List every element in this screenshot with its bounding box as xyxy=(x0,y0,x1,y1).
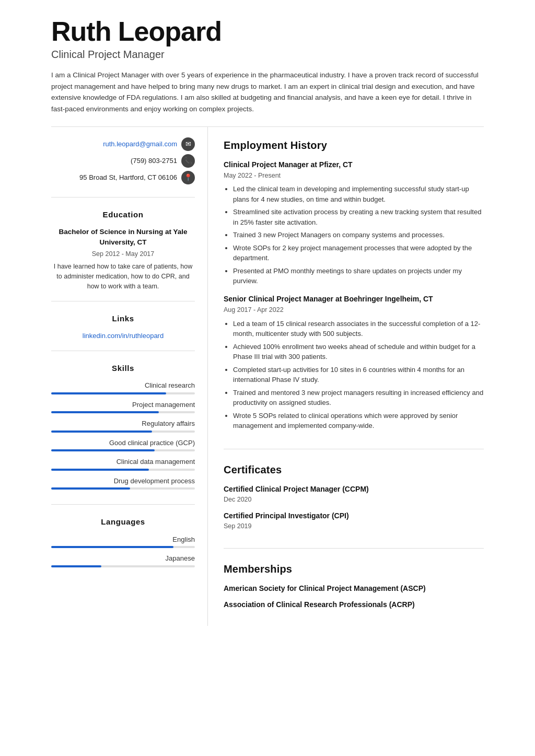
education-section: Education Bachelor of Science in Nursing… xyxy=(51,209,195,301)
cert-name: Certified Principal Investigator (CPI) xyxy=(224,510,484,521)
language-bar-fill xyxy=(51,565,101,567)
skill-label: Good clinical practice (GCP) xyxy=(51,438,195,448)
resume-wrapper: Ruth Leopard Clinical Project Manager I … xyxy=(32,0,503,647)
job-item: Clinical Project Manager at Pfizer, CT M… xyxy=(224,159,484,286)
job-bullet: Led a team of 15 clinical research assoc… xyxy=(233,319,484,339)
skills-title: Skills xyxy=(51,363,195,375)
skill-bar-bg xyxy=(51,392,195,394)
candidate-name: Ruth Leopard xyxy=(51,17,484,46)
job-bullet: Presented at PMO monthly meetings to sha… xyxy=(233,266,484,286)
skill-label: Clinical data management xyxy=(51,457,195,467)
jobs-list: Clinical Project Manager at Pfizer, CT M… xyxy=(224,159,484,431)
language-label: English xyxy=(51,534,195,545)
membership-name: Association of Clinical Research Profess… xyxy=(224,599,484,610)
skill-item: Regulatory affairs xyxy=(51,418,195,433)
job-bullet: Streamlined site activation process by c… xyxy=(233,207,484,227)
email-icon: ✉ xyxy=(181,137,195,151)
education-title: Education xyxy=(51,209,195,221)
membership-item: Association of Clinical Research Profess… xyxy=(224,599,484,610)
skill-label: Clinical research xyxy=(51,380,195,391)
edu-degree: Bachelor of Science in Nursing at Yale U… xyxy=(51,227,195,248)
certificates-section: Certificates Certified Clinical Project … xyxy=(224,462,484,549)
cert-item: Certified Clinical Project Manager (CCPM… xyxy=(224,484,484,505)
job-bullet: Wrote SOPs for 2 key project management … xyxy=(233,243,484,263)
job-date: Aug 2017 - Apr 2022 xyxy=(224,305,484,315)
memberships-section: Memberships American Society for Clinica… xyxy=(224,561,484,610)
job-bullet: Achieved 100% enrollment two weeks ahead… xyxy=(233,342,484,362)
contact-email-item: ruth.leopard@gmail.com ✉ xyxy=(51,137,195,151)
language-label: Japanese xyxy=(51,553,195,564)
certs-list: Certified Clinical Project Manager (CCPM… xyxy=(224,484,484,532)
skill-bar-bg xyxy=(51,469,195,471)
cert-date: Sep 2019 xyxy=(224,521,484,531)
skill-bar-bg xyxy=(51,487,195,490)
right-column: Employment History Clinical Project Mana… xyxy=(208,127,484,626)
header-section: Ruth Leopard Clinical Project Manager I … xyxy=(51,17,484,115)
skill-bar-fill xyxy=(51,449,155,451)
skill-bar-fill xyxy=(51,392,166,394)
job-title: Clinical Project Manager at Pfizer, CT xyxy=(224,159,484,170)
certificates-title: Certificates xyxy=(224,462,484,478)
memberships-list: American Society for Clinical Project Ma… xyxy=(224,583,484,610)
links-section: Links linkedin.com/in/ruthleopard xyxy=(51,313,195,351)
skill-bar-bg xyxy=(51,411,195,413)
language-bar-bg xyxy=(51,565,195,567)
location-icon: 📍 xyxy=(181,171,195,184)
candidate-title: Clinical Project Manager xyxy=(51,46,484,62)
contact-phone-item: (759) 803-2751 📞 xyxy=(51,154,195,168)
contact-section: ruth.leopard@gmail.com ✉ (759) 803-2751 … xyxy=(51,137,195,197)
languages-title: Languages xyxy=(51,516,195,528)
job-bullet: Wrote 5 SOPs related to clinical operati… xyxy=(233,411,484,431)
language-item: English xyxy=(51,534,195,549)
memberships-title: Memberships xyxy=(224,561,484,577)
membership-item: American Society for Clinical Project Ma… xyxy=(224,583,484,594)
job-item: Senior Clinical Project Manager at Boehr… xyxy=(224,294,484,431)
skill-bar-fill xyxy=(51,411,159,413)
skill-item: Good clinical practice (GCP) xyxy=(51,438,195,452)
skill-label: Drug development process xyxy=(51,476,195,486)
skills-section: Skills Clinical research Project managem… xyxy=(51,363,195,505)
left-column: ruth.leopard@gmail.com ✉ (759) 803-2751 … xyxy=(51,127,208,626)
language-bar-bg xyxy=(51,546,195,548)
links-title: Links xyxy=(51,313,195,325)
employment-title: Employment History xyxy=(224,137,484,153)
skill-bar-fill xyxy=(51,487,130,490)
languages-section: Languages English Japanese xyxy=(51,516,195,582)
edu-date: Sep 2012 - May 2017 xyxy=(51,249,195,259)
skill-bar-fill xyxy=(51,431,152,433)
job-bullet: Completed start-up activities for 10 sit… xyxy=(233,365,484,385)
phone-icon: 📞 xyxy=(181,154,195,168)
membership-name: American Society for Clinical Project Ma… xyxy=(224,583,484,594)
phone-text: (759) 803-2751 xyxy=(131,156,177,166)
linkedin-link[interactable]: linkedin.com/in/ruthleopard xyxy=(51,331,195,341)
skill-item: Clinical data management xyxy=(51,457,195,471)
job-date: May 2022 - Present xyxy=(224,171,484,181)
edu-description: I have learned how to take care of patie… xyxy=(51,262,195,291)
job-bullet: Led the clinical team in developing and … xyxy=(233,184,484,204)
skill-item: Project management xyxy=(51,400,195,414)
cert-name: Certified Clinical Project Manager (CCPM… xyxy=(224,484,484,495)
languages-list: English Japanese xyxy=(51,534,195,567)
two-column-layout: ruth.leopard@gmail.com ✉ (759) 803-2751 … xyxy=(51,126,484,626)
employment-section: Employment History Clinical Project Mana… xyxy=(224,137,484,449)
skill-label: Regulatory affairs xyxy=(51,418,195,429)
skill-bar-bg xyxy=(51,431,195,433)
job-bullet: Trained and mentored 3 new project manag… xyxy=(233,388,484,408)
job-bullet: Trained 3 new Project Managers on compan… xyxy=(233,230,484,240)
skill-item: Clinical research xyxy=(51,380,195,394)
address-text: 95 Broad St, Hartford, CT 06106 xyxy=(79,172,177,183)
skills-list: Clinical research Project management Reg… xyxy=(51,380,195,490)
cert-date: Dec 2020 xyxy=(224,495,484,505)
skill-item: Drug development process xyxy=(51,476,195,490)
cert-item: Certified Principal Investigator (CPI) S… xyxy=(224,510,484,531)
job-bullets-list: Led the clinical team in developing and … xyxy=(224,184,484,286)
language-bar-fill xyxy=(51,546,173,548)
language-item: Japanese xyxy=(51,553,195,567)
skill-bar-bg xyxy=(51,449,195,451)
skill-bar-fill xyxy=(51,469,149,471)
contact-address-item: 95 Broad St, Hartford, CT 06106 📍 xyxy=(51,171,195,184)
job-title: Senior Clinical Project Manager at Boehr… xyxy=(224,294,484,305)
skill-label: Project management xyxy=(51,400,195,410)
email-link[interactable]: ruth.leopard@gmail.com xyxy=(103,139,177,149)
candidate-summary: I am a Clinical Project Manager with ove… xyxy=(51,69,484,114)
